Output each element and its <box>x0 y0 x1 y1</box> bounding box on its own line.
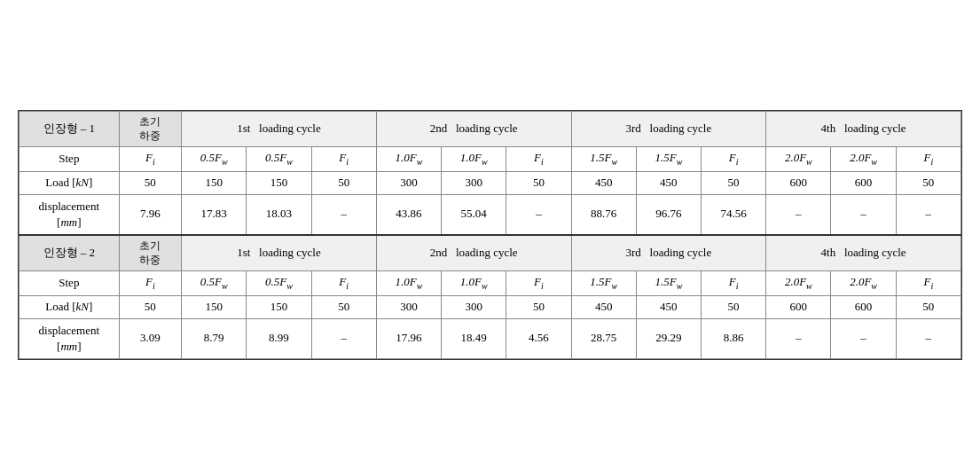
section1-name: 인장형 – 1 <box>20 111 120 146</box>
s2-disp-c2-2: 18.49 <box>442 318 506 358</box>
disp-c3-1: 88.76 <box>571 194 636 235</box>
section2-disp-row: displacement[mm] 3.09 8.79 8.99 – 17.96 … <box>20 318 961 358</box>
s2-step-c4-3: Fi <box>896 271 960 296</box>
s2-load-c3-3: 50 <box>701 295 765 318</box>
load-label: Load [kN] <box>20 171 120 194</box>
section2-step-row: Step Fi 0.5Fw 0.5Fw Fi 1.0Fw 1.0Fw Fi 1.… <box>20 271 961 296</box>
cycle1-header: 1st loading cycle <box>182 111 377 146</box>
disp-init: 7.96 <box>119 194 181 235</box>
load-c1-2: 150 <box>247 171 311 194</box>
step-c3-1: 1.5Fw <box>571 147 636 172</box>
section2-init-label: 초기하중 <box>119 235 181 271</box>
disp-c4-2: – <box>831 194 896 235</box>
s2-step-c3-2: 1.5Fw <box>636 271 701 296</box>
s2-load-c1-1: 150 <box>182 295 247 318</box>
step-c1-3: Fi <box>311 147 376 172</box>
s2-step-c4-1: 2.0Fw <box>766 271 831 296</box>
step-c2-1: 1.0Fw <box>376 147 441 172</box>
s2-disp-c3-1: 28.75 <box>571 318 636 358</box>
cycle4-header: 4th loading cycle <box>766 111 961 146</box>
s2-step-c2-1: 1.0Fw <box>376 271 441 296</box>
disp-c3-3: 74.56 <box>701 194 765 235</box>
load-c1-3: 50 <box>311 171 376 194</box>
load-c1-1: 150 <box>182 171 247 194</box>
s2-load-c3-1: 450 <box>571 295 636 318</box>
cycle3-header: 3rd loading cycle <box>571 111 766 146</box>
s2-load-c3-2: 450 <box>636 295 701 318</box>
section1-header-row: 인장형 – 1 초기하중 1st loading cycle 2nd loadi… <box>20 111 961 146</box>
s2-step-label: Step <box>20 271 120 296</box>
main-table-wrapper: 인장형 – 1 초기하중 1st loading cycle 2nd loadi… <box>18 110 962 360</box>
s2-step-c3-3: Fi <box>701 271 765 296</box>
step-c2-2: 1.0Fw <box>442 147 506 172</box>
s2-disp-c1-3: – <box>311 318 376 358</box>
load-init: 50 <box>119 171 181 194</box>
load-c4-1: 600 <box>766 171 831 194</box>
section2-header-row: 인장형 – 2 초기하중 1st loading cycle 2nd loadi… <box>20 235 961 271</box>
load-c3-2: 450 <box>636 171 701 194</box>
s2-load-c2-3: 50 <box>506 295 571 318</box>
disp-c1-2: 18.03 <box>247 194 311 235</box>
step-c1-2: 0.5Fw <box>247 147 311 172</box>
s2-disp-label: displacement[mm] <box>20 318 120 358</box>
load-c3-3: 50 <box>701 171 765 194</box>
load-c2-1: 300 <box>376 171 441 194</box>
s2-cycle3-header: 3rd loading cycle <box>571 235 766 271</box>
load-c2-2: 300 <box>442 171 506 194</box>
step-c4-1: 2.0Fw <box>766 147 831 172</box>
step-c1-1: 0.5Fw <box>182 147 247 172</box>
disp-c4-3: – <box>896 194 960 235</box>
s2-disp-init: 3.09 <box>119 318 181 358</box>
disp-c2-2: 55.04 <box>442 194 506 235</box>
s2-load-c1-3: 50 <box>311 295 376 318</box>
step-c3-3: Fi <box>701 147 765 172</box>
s2-step-c3-1: 1.5Fw <box>571 271 636 296</box>
s2-load-init: 50 <box>119 295 181 318</box>
section2-load-row: Load [kN] 50 150 150 50 300 300 50 450 4… <box>20 295 961 318</box>
step-label: Step <box>20 147 120 172</box>
s2-load-c4-1: 600 <box>766 295 831 318</box>
load-c4-3: 50 <box>896 171 960 194</box>
section2-name: 인장형 – 2 <box>20 235 120 271</box>
s2-step-c2-3: Fi <box>506 271 571 296</box>
s2-load-label: Load [kN] <box>20 295 120 318</box>
s2-disp-c3-3: 8.86 <box>701 318 765 358</box>
disp-c3-2: 96.76 <box>636 194 701 235</box>
disp-c2-3: – <box>506 194 571 235</box>
s2-step-c4-2: 2.0Fw <box>831 271 896 296</box>
s2-load-c2-2: 300 <box>442 295 506 318</box>
s2-load-c4-3: 50 <box>896 295 960 318</box>
load-c2-3: 50 <box>506 171 571 194</box>
step-c4-2: 2.0Fw <box>831 147 896 172</box>
s2-load-c1-2: 150 <box>247 295 311 318</box>
disp-c4-1: – <box>766 194 831 235</box>
disp-label: displacement[mm] <box>20 194 120 235</box>
section1-init-label: 초기하중 <box>119 111 181 146</box>
section1-step-row: Step Fi 0.5Fw 0.5Fw Fi 1.0Fw 1.0Fw Fi 1.… <box>20 147 961 172</box>
load-c4-2: 600 <box>831 171 896 194</box>
step-c4-3: Fi <box>896 147 960 172</box>
disp-c1-3: – <box>311 194 376 235</box>
s2-cycle2-header: 2nd loading cycle <box>376 235 571 271</box>
disp-c2-1: 43.86 <box>376 194 441 235</box>
s2-load-c4-2: 600 <box>831 295 896 318</box>
s2-disp-c2-3: 4.56 <box>506 318 571 358</box>
s2-disp-c1-1: 8.79 <box>182 318 247 358</box>
s2-cycle4-header: 4th loading cycle <box>766 235 961 271</box>
s2-step-init: Fi <box>119 271 181 296</box>
cycle2-header: 2nd loading cycle <box>376 111 571 146</box>
s2-step-c1-2: 0.5Fw <box>247 271 311 296</box>
s2-disp-c4-2: – <box>831 318 896 358</box>
load-c3-1: 450 <box>571 171 636 194</box>
s2-disp-c3-2: 29.29 <box>636 318 701 358</box>
step-c3-2: 1.5Fw <box>636 147 701 172</box>
step-init: Fi <box>119 147 181 172</box>
s2-cycle1-header: 1st loading cycle <box>182 235 377 271</box>
s2-disp-c4-3: – <box>896 318 960 358</box>
s2-step-c1-1: 0.5Fw <box>182 271 247 296</box>
s2-step-c2-2: 1.0Fw <box>442 271 506 296</box>
s2-disp-c2-1: 17.96 <box>376 318 441 358</box>
section1-load-row: Load [kN] 50 150 150 50 300 300 50 450 4… <box>20 171 961 194</box>
s2-step-c1-3: Fi <box>311 271 376 296</box>
s2-disp-c4-1: – <box>766 318 831 358</box>
